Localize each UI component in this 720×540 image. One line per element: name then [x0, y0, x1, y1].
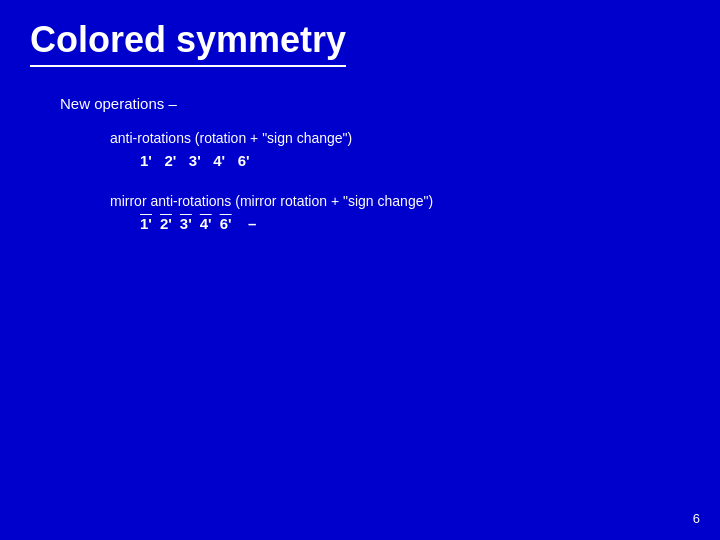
notation-4prime: 4'	[213, 152, 233, 169]
operations-block: anti-rotations (rotation + "sign change"…	[110, 130, 690, 232]
anti-rotations-title: anti-rotations (rotation + "sign change"…	[110, 130, 690, 146]
slide-title: Colored symmetry	[30, 18, 346, 67]
anti-rotations-section: anti-rotations (rotation + "sign change"…	[110, 130, 690, 169]
mirror-notation-row: 1' 2' 3' 4' 6' –	[140, 215, 690, 232]
mirror-notation-6: 6'	[220, 215, 232, 232]
notation-3prime: 3'	[189, 152, 209, 169]
mirror-anti-rotations-title: mirror anti-rotations (mirror rotation +…	[110, 193, 690, 209]
notation-6prime: 6'	[238, 152, 250, 169]
mirror-notation-1: 1'	[140, 215, 152, 232]
content-section: New operations – anti-rotations (rotatio…	[60, 95, 690, 232]
title-section: Colored symmetry	[30, 18, 690, 67]
mirror-dash: –	[240, 215, 257, 232]
notation-1prime: 1'	[140, 152, 160, 169]
mirror-section: mirror anti-rotations (mirror rotation +…	[110, 193, 690, 232]
mirror-notation-3: 3'	[180, 215, 192, 232]
mirror-notation-2: 2'	[160, 215, 172, 232]
new-operations-label: New operations –	[60, 95, 690, 112]
page-number: 6	[693, 511, 700, 526]
notation-2prime: 2'	[164, 152, 184, 169]
mirror-notation-4: 4'	[200, 215, 212, 232]
anti-rotations-notation: 1' 2' 3' 4' 6'	[140, 152, 690, 169]
slide-container: Colored symmetry New operations – anti-r…	[0, 0, 720, 540]
